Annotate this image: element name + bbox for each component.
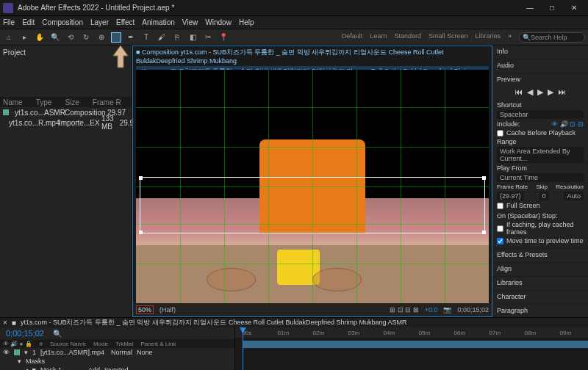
composition-panel: ■ Composition yt1s.com - SUB치즈가득 두툼한 _ 숨… bbox=[132, 46, 492, 317]
project-label: Project bbox=[3, 48, 26, 57]
clone-tool[interactable]: ⎘ bbox=[171, 32, 183, 43]
zoom-tool[interactable]: 🔍 bbox=[49, 32, 61, 43]
libraries-panel[interactable]: Libraries bbox=[497, 279, 584, 286]
mask-handle[interactable] bbox=[482, 176, 486, 180]
minimize-button[interactable]: — bbox=[519, 1, 541, 15]
maximize-button[interactable]: □ bbox=[541, 1, 563, 15]
brush-tool[interactable]: 🖌 bbox=[156, 32, 168, 43]
next-frame-button[interactable]: ▶ bbox=[548, 87, 553, 97]
shortcut-dropdown[interactable]: Spacebar bbox=[497, 110, 584, 119]
mask-handle[interactable] bbox=[139, 231, 143, 234]
rectangle-tool[interactable] bbox=[111, 32, 121, 43]
render-queue-icon[interactable]: × bbox=[3, 319, 7, 327]
eraser-tool[interactable]: ◧ bbox=[187, 32, 198, 43]
exposure-value[interactable]: +0.0 bbox=[425, 306, 438, 313]
range-dropdown[interactable]: Work Area Extended By Current... bbox=[497, 147, 584, 163]
first-frame-button[interactable]: ⏮ bbox=[514, 87, 523, 97]
tutorial-arrow-icon bbox=[112, 46, 129, 69]
app-icon bbox=[3, 3, 13, 13]
timeline-track-area[interactable]: 00s 01m 02m 03m 04m 05m 06m 07m 08m 09m bbox=[235, 327, 588, 370]
mask-1[interactable]: ▸ ■Mask 1 Add Inverted bbox=[0, 366, 234, 370]
menu-composition[interactable]: Composition bbox=[42, 18, 83, 26]
menu-view[interactable]: View bbox=[182, 18, 198, 26]
project-panel: Project Name Type Size Frame R yt1s.co..… bbox=[0, 46, 132, 317]
footage-bowl bbox=[312, 268, 362, 291]
align-panel[interactable]: Align bbox=[497, 265, 584, 272]
cache-checkbox[interactable] bbox=[497, 130, 503, 137]
timeline-layer[interactable]: 👁▾ 1 [yt1s.co...ASMR].mp4 Normal None bbox=[0, 348, 234, 357]
right-panels: Info Audio Preview ⏮ ◀ ▶ ▶ ⏭ Shortcut Sp… bbox=[492, 46, 588, 317]
mask-handle[interactable] bbox=[139, 176, 143, 180]
orbit-tool[interactable]: ⟲ bbox=[65, 32, 76, 43]
col-name[interactable]: Name bbox=[3, 98, 23, 106]
anchor-tool[interactable]: ⊕ bbox=[96, 32, 107, 43]
resolution-dropdown[interactable]: (Half) bbox=[159, 306, 176, 313]
mask-handle[interactable] bbox=[482, 231, 486, 234]
fullscreen-checkbox[interactable] bbox=[497, 203, 503, 209]
menu-edit[interactable]: Edit bbox=[22, 18, 35, 26]
preview-panel[interactable]: Preview bbox=[497, 76, 584, 83]
last-frame-button[interactable]: ⏭ bbox=[558, 87, 566, 97]
viewer-time: 0;00;15;02 bbox=[457, 306, 489, 313]
masks-group[interactable]: ▾Masks bbox=[0, 357, 234, 366]
timeline-panel: × ■ yt1s.com - SUB치즈가득 두툼한 _ 숨면 먹방 새우튀김까… bbox=[0, 317, 588, 370]
character-panel[interactable]: Character bbox=[497, 293, 584, 300]
menu-effect[interactable]: Effect bbox=[116, 18, 135, 26]
layer-bar[interactable] bbox=[243, 341, 588, 348]
selection-tool[interactable]: ▸ bbox=[18, 32, 30, 43]
audio-panel[interactable]: Audio bbox=[497, 62, 584, 69]
window-title: Adobe After Effects 2022 - Untitled Proj… bbox=[18, 4, 174, 12]
comp-tab-1[interactable]: ■ Composition yt1s.com - SUB치즈가득 두툼한 _ 숨… bbox=[136, 48, 489, 65]
current-time[interactable]: 0;00;15;02 bbox=[3, 327, 47, 339]
ws-small[interactable]: Small Screen bbox=[429, 32, 468, 43]
pen-tool[interactable]: ✒ bbox=[125, 32, 137, 43]
paragraph-panel[interactable]: Paragraph bbox=[497, 307, 584, 314]
playfrom-dropdown[interactable]: Current Time bbox=[497, 173, 584, 182]
effects-panel[interactable]: Effects & Presets bbox=[497, 251, 584, 258]
home-icon[interactable]: ⌂ bbox=[3, 32, 15, 43]
ifcaching-checkbox[interactable] bbox=[497, 225, 503, 232]
close-button[interactable]: ✕ bbox=[563, 1, 585, 15]
play-button[interactable]: ▶ bbox=[537, 87, 543, 97]
roto-tool[interactable]: ✂ bbox=[202, 32, 214, 43]
info-panel[interactable]: Info bbox=[497, 48, 584, 55]
footage-bowl bbox=[207, 268, 256, 291]
menu-animation[interactable]: Animation bbox=[142, 18, 174, 26]
res-dropdown[interactable]: Auto bbox=[564, 192, 584, 200]
mask-mode-dropdown[interactable]: Add bbox=[88, 366, 100, 370]
type-tool[interactable]: T bbox=[140, 32, 152, 43]
composition-viewer[interactable] bbox=[136, 70, 489, 303]
col-type[interactable]: Type bbox=[36, 98, 52, 106]
toolbar: ⌂ ▸ ✋ 🔍 ⟲ ↻ ⊕ ✒ T 🖌 ⎘ ◧ ✂ 📍 Default Lear… bbox=[0, 29, 588, 46]
prev-frame-button[interactable]: ◀ bbox=[527, 87, 533, 97]
ws-default[interactable]: Default bbox=[342, 32, 363, 43]
time-ruler[interactable]: 00s 01m 02m 03m 04m 05m 06m 07m 08m 09m bbox=[235, 327, 588, 338]
col-frame[interactable]: Frame R bbox=[93, 98, 121, 106]
menu-help[interactable]: Help bbox=[239, 18, 254, 26]
puppet-tool[interactable]: 📍 bbox=[218, 32, 229, 43]
col-size[interactable]: Size bbox=[65, 98, 79, 106]
skip-dropdown[interactable]: 0 bbox=[539, 192, 549, 200]
ws-standard[interactable]: Standard bbox=[394, 32, 421, 43]
movetime-checkbox[interactable] bbox=[497, 238, 503, 244]
menu-layer[interactable]: Layer bbox=[90, 18, 109, 26]
item-swatch bbox=[3, 109, 9, 115]
mask-rectangle[interactable] bbox=[140, 177, 485, 233]
hand-tool[interactable]: ✋ bbox=[34, 32, 46, 43]
project-item[interactable]: yt1s.co...R.mp4 Importe...EX 133 MB 29.9… bbox=[0, 117, 132, 128]
ws-libraries[interactable]: Libraries bbox=[475, 32, 501, 43]
timeline-search[interactable]: 🔍 bbox=[53, 330, 62, 338]
timeline-comp-name[interactable]: yt1s.com - SUB치즈가득 두툼한 _ 숨면 먹방 새우튀김까지 리얼… bbox=[21, 318, 407, 327]
menu-window[interactable]: Window bbox=[205, 18, 232, 26]
menu-bar: File Edit Composition Layer Effect Anima… bbox=[0, 16, 588, 29]
playhead[interactable] bbox=[243, 327, 243, 370]
search-help-input[interactable]: 🔍 Search Help bbox=[519, 32, 585, 43]
rotate-tool[interactable]: ↻ bbox=[80, 32, 92, 43]
menu-file[interactable]: File bbox=[3, 18, 15, 26]
ws-learn[interactable]: Learn bbox=[370, 32, 387, 43]
framerate-dropdown[interactable]: (29.97) bbox=[497, 192, 524, 200]
zoom-level[interactable]: 50% bbox=[136, 305, 154, 314]
